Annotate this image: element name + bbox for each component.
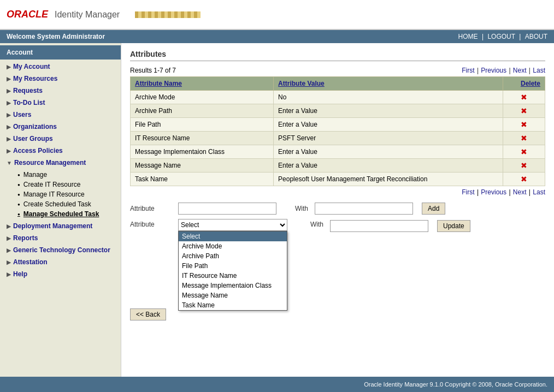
arrow-icon: ▶ bbox=[7, 235, 11, 241]
dd-option-select[interactable]: Select bbox=[179, 231, 287, 241]
delete-cell[interactable]: ✖ bbox=[503, 145, 545, 159]
delete-icon[interactable]: ✖ bbox=[521, 147, 527, 156]
results-count: Results 1-7 of 7 bbox=[130, 67, 176, 74]
delete-icon[interactable]: ✖ bbox=[521, 134, 527, 142]
sidebar-item-generic-technology-connector[interactable]: ▶ Generic Technology Connector bbox=[0, 244, 121, 256]
sidebar-label-gtc: Generic Technology Connector bbox=[13, 246, 110, 254]
sidebar-item-users[interactable]: ▶ Users bbox=[0, 109, 121, 121]
sidebar-item-manage-scheduled-task[interactable]: ● Manage Scheduled Task bbox=[13, 209, 121, 219]
about-link[interactable]: ABOUT bbox=[525, 33, 547, 40]
arrow-icon: ▶ bbox=[7, 148, 11, 154]
first-link[interactable]: First bbox=[462, 67, 474, 74]
with-input-add[interactable] bbox=[315, 203, 413, 215]
attr-value-cell[interactable]: Peoplesoft User Management Target Reconc… bbox=[274, 173, 503, 186]
attribute-select[interactable]: Select bbox=[178, 219, 287, 231]
arrow-icon: ▶ bbox=[7, 76, 11, 82]
pagination-top[interactable]: First | Previous | Next | Last bbox=[462, 67, 545, 74]
dd-option-it-resource-name[interactable]: IT Resource Name bbox=[179, 271, 287, 281]
sidebar-item-create-scheduled-task[interactable]: ● Create Scheduled Task bbox=[13, 199, 121, 209]
attr-name-cell: Message Implementaion Class bbox=[131, 145, 274, 159]
sidebar-item-requests[interactable]: ▶ Requests bbox=[0, 85, 121, 97]
next-link-bottom[interactable]: Next bbox=[513, 188, 527, 196]
form-area: Attribute With Add Attribute Select Sele… bbox=[130, 203, 545, 320]
first-link-bottom[interactable]: First bbox=[462, 188, 474, 196]
with-label-update: With bbox=[296, 221, 323, 228]
delete-cell[interactable]: ✖ bbox=[503, 118, 545, 132]
back-button[interactable]: << Back bbox=[130, 308, 166, 320]
sidebar-item-create-it-resource[interactable]: ● Create IT Resource bbox=[13, 180, 121, 189]
attribute-input-add[interactable] bbox=[178, 203, 276, 215]
bullet-icon: ● bbox=[17, 212, 20, 217]
attr-name-cell: IT Resource Name bbox=[131, 132, 274, 145]
sidebar-item-my-account[interactable]: ▶ My Account bbox=[0, 61, 121, 73]
delete-icon[interactable]: ✖ bbox=[521, 161, 527, 170]
sidebar-label-deployment-management: Deployment Management bbox=[13, 222, 92, 230]
dd-option-task-name[interactable]: Task Name bbox=[179, 300, 287, 310]
sidebar-label-create-it-resource: Create IT Resource bbox=[23, 181, 81, 188]
with-label-add: With bbox=[281, 205, 308, 212]
attr-value-cell[interactable]: Enter a Value bbox=[274, 145, 503, 159]
dd-option-archive-mode[interactable]: Archive Mode bbox=[179, 241, 287, 251]
layout: Account ▶ My Account ▶ My Resources ▶ Re… bbox=[0, 43, 554, 377]
nav-links[interactable]: HOME | LOGOUT | ABOUT bbox=[458, 33, 547, 40]
sidebar-label-users: Users bbox=[13, 111, 31, 118]
sidebar-item-user-groups[interactable]: ▶ User Groups bbox=[0, 133, 121, 145]
sidebar-label-my-account: My Account bbox=[13, 63, 50, 70]
delete-icon[interactable]: ✖ bbox=[521, 93, 527, 102]
attr-name-cell: Message Name bbox=[131, 159, 274, 173]
dd-option-archive-path[interactable]: Archive Path bbox=[179, 251, 287, 261]
sidebar-item-manage[interactable]: ● Manage bbox=[13, 170, 121, 180]
sidebar-item-my-resources[interactable]: ▶ My Resources bbox=[0, 73, 121, 85]
dropdown-list[interactable]: Select Archive Mode Archive Path File Pa… bbox=[178, 231, 287, 311]
sidebar: Account ▶ My Account ▶ My Resources ▶ Re… bbox=[0, 43, 121, 377]
attr-value-cell[interactable]: Enter a Value bbox=[274, 159, 503, 173]
attribute-select-wrapper[interactable]: Select Select Archive Mode Archive Path … bbox=[178, 219, 287, 231]
attr-value-cell[interactable]: No bbox=[274, 91, 503, 104]
update-button[interactable]: Update bbox=[437, 220, 470, 232]
footer-text: Oracle Identity Manager 9.1.0 Copyright … bbox=[364, 381, 547, 388]
next-link[interactable]: Next bbox=[513, 67, 527, 74]
sidebar-item-attestation[interactable]: ▶ Attestation bbox=[0, 256, 121, 268]
sidebar-item-todo[interactable]: ▶ To-Do List bbox=[0, 97, 121, 109]
sidebar-item-help[interactable]: ▶ Help bbox=[0, 268, 121, 280]
delete-cell[interactable]: ✖ bbox=[503, 91, 545, 104]
pagination-bottom[interactable]: First | Previous | Next | Last bbox=[130, 188, 545, 196]
dd-option-file-path[interactable]: File Path bbox=[179, 261, 287, 271]
col-attribute-value[interactable]: Attribute Value bbox=[274, 77, 503, 91]
home-link[interactable]: HOME bbox=[458, 33, 478, 40]
sidebar-item-resource-management[interactable]: ▼ Resource Management bbox=[0, 157, 121, 169]
delete-icon[interactable]: ✖ bbox=[521, 175, 527, 183]
with-input-update[interactable] bbox=[330, 220, 428, 232]
sidebar-item-manage-it-resource[interactable]: ● Manage IT Resource bbox=[13, 189, 121, 199]
col-attribute-name[interactable]: Attribute Name bbox=[131, 77, 274, 91]
attr-name-cell: Archive Mode bbox=[131, 91, 274, 104]
delete-icon[interactable]: ✖ bbox=[521, 120, 527, 129]
dd-option-message-impl-class[interactable]: Message Implementaion Class bbox=[179, 281, 287, 290]
sidebar-label-manage-it-resource: Manage IT Resource bbox=[23, 191, 85, 198]
sidebar-item-access-policies[interactable]: ▶ Access Policies bbox=[0, 145, 121, 157]
delete-cell[interactable]: ✖ bbox=[503, 173, 545, 186]
sidebar-item-deployment-management[interactable]: ▶ Deployment Management bbox=[0, 220, 121, 232]
delete-cell[interactable]: ✖ bbox=[503, 159, 545, 173]
add-button[interactable]: Add bbox=[422, 203, 445, 215]
arrow-icon: ▶ bbox=[7, 247, 11, 253]
sidebar-item-reports[interactable]: ▶ Reports bbox=[0, 232, 121, 244]
arrow-icon: ▶ bbox=[7, 124, 11, 130]
previous-link[interactable]: Previous bbox=[481, 67, 506, 74]
logout-link[interactable]: LOGOUT bbox=[487, 33, 515, 40]
last-link[interactable]: Last bbox=[533, 67, 545, 74]
attr-value-cell[interactable]: Enter a Value bbox=[274, 118, 503, 132]
col-delete[interactable]: Delete bbox=[503, 77, 545, 91]
previous-link-bottom[interactable]: Previous bbox=[481, 188, 506, 196]
last-link-bottom[interactable]: Last bbox=[533, 188, 545, 196]
attr-value-cell[interactable]: PSFT Server bbox=[274, 132, 503, 145]
attr-value-cell[interactable]: Enter a Value bbox=[274, 104, 503, 118]
delete-icon[interactable]: ✖ bbox=[521, 106, 527, 115]
dd-option-message-name[interactable]: Message Name bbox=[179, 290, 287, 300]
sidebar-label-attestation: Attestation bbox=[13, 258, 48, 266]
delete-cell[interactable]: ✖ bbox=[503, 104, 545, 118]
delete-cell[interactable]: ✖ bbox=[503, 132, 545, 145]
table-row: Message Implementaion Class Enter a Valu… bbox=[131, 145, 545, 159]
table-row: Message Name Enter a Value ✖ bbox=[131, 159, 545, 173]
sidebar-item-organizations[interactable]: ▶ Organizations bbox=[0, 121, 121, 133]
